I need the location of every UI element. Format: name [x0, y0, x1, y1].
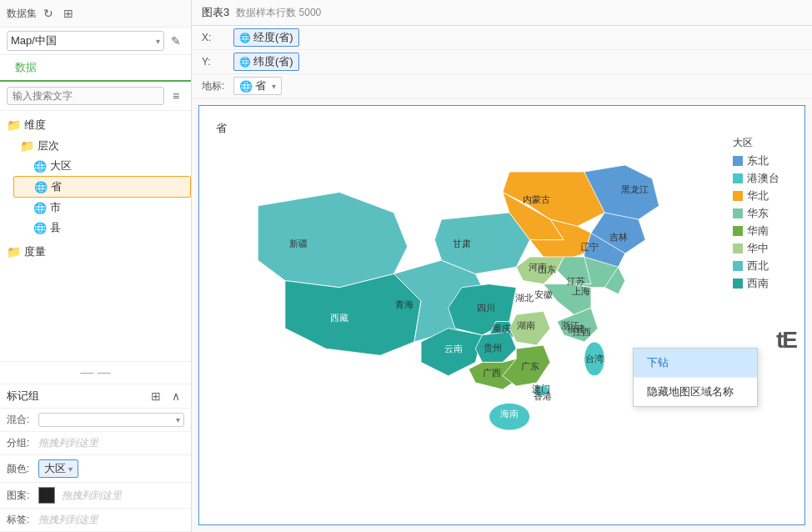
left-panel: 数据集 ↻ ⊞ Map/中国 ▾ ✎ 数据 ≡ 📁 维度 📁 层次	[0, 0, 192, 532]
tree-item-region[interactable]: 🌐 大区	[13, 156, 191, 176]
x-globe-icon: 🌐	[239, 33, 251, 43]
legend-xibei: 西北	[733, 258, 779, 274]
main-area: 图表3 数据样本行数 5000 X: 🌐 经度(省) Y: 🌐 纬度(省) 地标…	[192, 0, 812, 532]
marks-blend-row: 混合: ▾	[0, 409, 191, 432]
china-map-svg[interactable]: 黑龙江 吉林 辽宁 内蒙古 新疆 西藏 青海 甘肃 四川 云南 贵州 广西 广东…	[203, 123, 679, 520]
ctx-item-drill[interactable]: 下钻	[634, 349, 757, 378]
context-menu: 下钻 隐藏地图区域名称	[633, 348, 758, 407]
legend-color-huabei	[733, 191, 743, 201]
group-label: 分组:	[7, 436, 32, 450]
legend-huabei: 华北	[733, 188, 779, 203]
chart-title: 图表3	[202, 5, 229, 20]
svg-text:江苏: 江苏	[567, 276, 585, 286]
y-field-row: Y: 🌐 纬度(省)	[192, 50, 812, 74]
svg-text:上海: 上海	[572, 286, 590, 296]
marks-expand-icon[interactable]: ⊞	[148, 388, 164, 404]
resize-handle[interactable]: — —	[0, 361, 191, 384]
svg-text:内蒙古: 内蒙古	[523, 194, 550, 204]
measure-title: 📁 度量	[0, 241, 191, 263]
marks-controls: ⊞ ∧	[148, 388, 184, 404]
marks-label-row: 标签: 拖拽列到这里	[0, 509, 191, 532]
refresh-icon[interactable]: ↻	[40, 5, 57, 22]
legend-huazhong: 华中	[733, 241, 779, 256]
legend-color-dongbei	[733, 156, 743, 166]
grid-icon[interactable]: ⊞	[60, 5, 77, 22]
legend-color-huazhong	[733, 243, 743, 253]
legend-huadong: 华东	[733, 206, 779, 221]
county-globe-icon: 🌐	[33, 222, 47, 234]
x-label: X:	[202, 32, 227, 43]
svg-text:青海: 青海	[395, 299, 414, 309]
tree-item-city[interactable]: 🌐 市	[13, 198, 191, 218]
legend-gangaotai: 港澳台	[733, 171, 779, 186]
layer-folder-icon: 📁	[20, 139, 34, 153]
map-container[interactable]: 省	[192, 98, 812, 532]
chart-subtitle: 数据样本行数 5000	[236, 6, 321, 20]
tree-item-layer[interactable]: 📁 层次	[13, 136, 191, 156]
svg-text:辽宁: 辽宁	[580, 242, 599, 252]
location-globe-icon: 🌐	[239, 80, 253, 93]
color-field-tag[interactable]: 大区 ▾	[38, 459, 78, 478]
search-bar: ≡	[0, 82, 191, 111]
tab-data[interactable]: 数据	[7, 55, 45, 82]
label-label: 标签:	[7, 513, 32, 527]
svg-text:重庆: 重庆	[493, 324, 511, 334]
ctx-item-hide[interactable]: 隐藏地图区域名称	[634, 378, 757, 406]
legend-color-xibei	[733, 261, 743, 271]
dataset-select[interactable]: Map/中国 ▾	[7, 31, 164, 51]
chart-header: 图表3 数据样本行数 5000	[192, 0, 812, 26]
y-field-tag[interactable]: 🌐 纬度(省)	[233, 53, 299, 71]
marks-header: 标记组 ⊞ ∧	[0, 384, 191, 409]
blend-label: 混合:	[7, 413, 32, 427]
svg-marker-4	[285, 274, 421, 355]
dataset-label: 数据集	[7, 7, 37, 21]
svg-text:香港: 香港	[534, 391, 552, 401]
svg-text:海南: 海南	[500, 409, 519, 419]
group-placeholder: 拖拽列到这里	[38, 436, 98, 450]
shape-label: 图案:	[7, 489, 32, 503]
shape-placeholder: 拖拽列到这里	[62, 489, 122, 503]
svg-text:贵州: 贵州	[484, 343, 502, 353]
svg-text:江西: 江西	[573, 327, 591, 337]
legend-color-huanan	[733, 226, 743, 236]
legend-color-xinan	[733, 279, 743, 289]
svg-text:西藏: 西藏	[330, 314, 348, 324]
svg-text:河南: 河南	[529, 262, 547, 272]
dimension-folder-icon: 📁	[7, 118, 21, 132]
svg-text:广西: 广西	[483, 368, 501, 378]
legend: 大区 东北 港澳台 华北 华东	[724, 131, 788, 299]
x-field-tag[interactable]: 🌐 经度(省)	[233, 28, 299, 47]
dimension-title: 📁 维度	[0, 114, 191, 136]
tree-item-province[interactable]: 🌐 省	[13, 176, 191, 198]
y-globe-icon: 🌐	[239, 57, 251, 68]
measure-section: 📁 度量	[0, 238, 191, 266]
marks-collapse-icon[interactable]: ∧	[168, 388, 184, 404]
legend-color-gangaotai	[733, 173, 743, 183]
tree-item-county[interactable]: 🌐 县	[13, 218, 191, 238]
svg-text:四川: 四川	[477, 303, 495, 313]
location-label: 地标:	[202, 79, 227, 93]
svg-text:吉林: 吉林	[609, 232, 628, 242]
search-input[interactable]	[7, 87, 164, 105]
label-placeholder: 拖拽列到这里	[38, 513, 98, 527]
dataset-header: 数据集 ↻ ⊞	[0, 0, 191, 28]
tabs-row: 数据	[0, 55, 191, 82]
color-swatch[interactable]	[38, 487, 55, 504]
more-options-icon[interactable]: ≡	[168, 88, 184, 104]
blend-select[interactable]: ▾	[38, 413, 184, 427]
location-field-dropdown[interactable]: 🌐 省 ▾	[233, 77, 282, 95]
city-globe-icon: 🌐	[33, 202, 47, 214]
legend-huanan: 华南	[733, 223, 779, 238]
legend-title: 大区	[733, 136, 779, 150]
region-globe-icon: 🌐	[33, 160, 47, 173]
edit-dataset-icon[interactable]: ✎	[168, 33, 184, 49]
marks-section: 标记组 ⊞ ∧ 混合: ▾ 分组: 拖拽列到这里 颜色: 大区 ▾	[0, 384, 191, 532]
marks-group-row: 分组: 拖拽列到这里	[0, 432, 191, 455]
legend-dongbei: 东北	[733, 153, 779, 168]
svg-text:云南: 云南	[444, 344, 463, 354]
svg-text:湖南: 湖南	[517, 320, 535, 330]
svg-text:黑龙江: 黑龙江	[621, 184, 649, 194]
svg-text:湖北: 湖北	[515, 293, 534, 303]
svg-text:新疆: 新疆	[289, 238, 308, 248]
legend-color-huadong	[733, 208, 743, 218]
